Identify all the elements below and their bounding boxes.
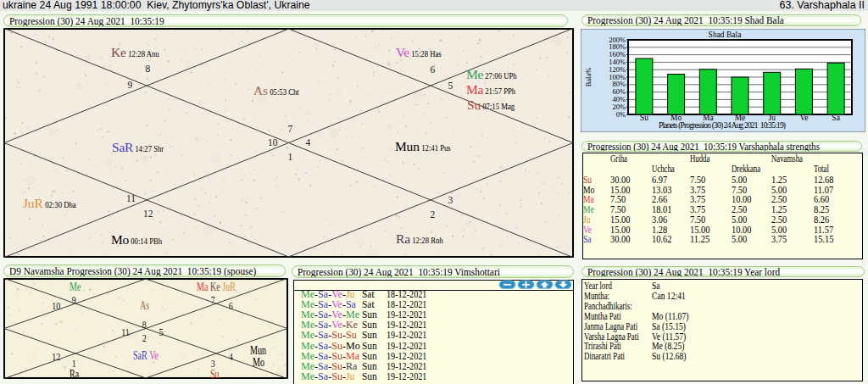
svg-text:Shad Bala: Shad Bala [709, 31, 743, 39]
svg-text:Ve: Ve [799, 114, 808, 122]
svg-text:Planets (Progression (30) 24 A: Planets (Progression (30) 24 Aug 2021 10… [659, 121, 786, 131]
svg-text:Su: Su [640, 114, 648, 122]
svg-text:Bala%: Bala% [584, 68, 593, 87]
svg-text:Sa: Sa [832, 114, 840, 122]
svg-text:0%: 0% [616, 110, 626, 119]
